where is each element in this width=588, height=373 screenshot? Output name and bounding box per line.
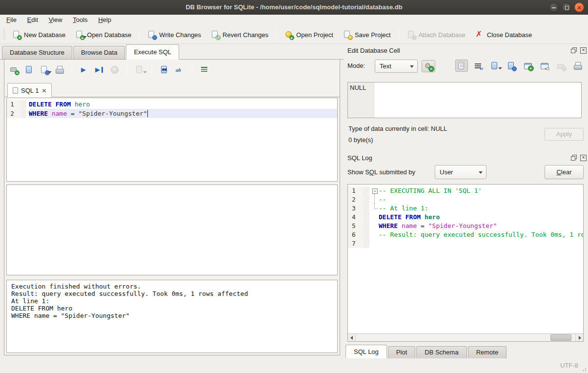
gutter-strip (20, 109, 26, 118)
minimize-icon[interactable] (549, 2, 559, 12)
dock-close-icon[interactable] (580, 155, 586, 161)
dock-float-icon[interactable] (571, 155, 577, 161)
tab-database-structure[interactable]: Database Structure (2, 46, 72, 59)
log-line: 5WHERE name = "Spider-Youngster" (348, 222, 583, 230)
scroll-left-icon[interactable] (348, 334, 356, 341)
scrollbar-thumb[interactable] (550, 334, 571, 341)
editor-line: 1DELETE FROM hero (7, 100, 337, 109)
line-number: 3 (348, 204, 364, 213)
save-results-icon (134, 64, 145, 76)
cell-type-info: Type of data currently in cell: NULL (348, 125, 447, 132)
tab-execute-sql[interactable]: Execute SQL (126, 44, 179, 60)
maximize-icon[interactable] (562, 2, 571, 12)
new-tab-icon[interactable] (8, 64, 20, 76)
tab-plot[interactable]: Plot (388, 346, 415, 358)
sql-log-view[interactable]: 1-- EXECUTING ALL IN 'SQL 1'2--3-- At li… (347, 184, 584, 342)
pane-splitter[interactable] (6, 276, 338, 279)
cell-print-icon[interactable] (571, 60, 584, 72)
submitted-by-value: User (440, 168, 453, 176)
message-line: DELETE FROM hero (11, 305, 333, 312)
open-project-button[interactable]: Open Project (280, 28, 338, 41)
save-project-button[interactable]: Save Project (338, 28, 396, 41)
menu-help[interactable]: Help (94, 15, 116, 26)
revert-changes-button[interactable]: Revert Changes (206, 28, 273, 41)
gutter-strip (364, 222, 369, 230)
dock-float-icon[interactable] (571, 47, 577, 53)
print-icon[interactable] (54, 64, 65, 76)
menu-file[interactable]: File (2, 15, 21, 26)
clear-button[interactable]: Clear (545, 165, 584, 179)
line-number: 2 (348, 195, 364, 204)
text-cursor (147, 110, 148, 117)
open-in-external-icon[interactable] (522, 60, 534, 72)
open-sql-file-icon[interactable] (23, 64, 35, 76)
copy-link-icon[interactable] (538, 60, 551, 72)
close-database-icon (475, 30, 484, 39)
submitted-by-select[interactable]: User (435, 165, 487, 179)
log-line: 4DELETE FROM hero (348, 213, 583, 222)
auto-switch-mode-button[interactable] (422, 60, 435, 72)
tab-remote[interactable]: Remote (468, 346, 507, 358)
line-number: 4 (348, 213, 364, 222)
scroll-right-icon[interactable] (575, 334, 583, 341)
cell-editor-icons (455, 60, 584, 72)
fold-marker-icon (372, 239, 379, 248)
import-file-icon[interactable] (488, 60, 501, 72)
mode-label: Mode: (347, 62, 365, 69)
code-text: -- EXECUTING ALL IN 'SQL 1' (379, 186, 583, 195)
mode-select[interactable]: Text (375, 60, 418, 73)
chevron-down-icon (410, 65, 414, 68)
execute-all-icon[interactable] (79, 64, 90, 76)
query-results-pane[interactable] (6, 185, 338, 275)
gutter-strip (20, 100, 26, 109)
menu-edit[interactable]: Edit (23, 15, 42, 26)
horizontal-scrollbar[interactable] (348, 333, 583, 341)
auto-format-icon[interactable] (199, 64, 210, 76)
sql1-tab[interactable]: SQL 1 (7, 83, 52, 97)
toolbar-separator (139, 29, 140, 41)
write-changes-button[interactable]: Write Changes (142, 28, 206, 41)
close-icon[interactable] (574, 2, 584, 12)
sql-toolbar (8, 62, 210, 77)
menu-tools[interactable]: Tools (68, 15, 92, 26)
execute-current-line-icon[interactable] (94, 64, 105, 76)
execution-message-pane[interactable]: Execution finished without errors.Result… (6, 280, 338, 353)
tab-browse-data[interactable]: Browse Data (73, 46, 125, 59)
cell-edit-area[interactable] (374, 83, 581, 118)
open-database-button[interactable]: Open Database (70, 28, 136, 41)
code-text: DELETE FROM hero (29, 100, 337, 109)
log-line: 1-- EXECUTING ALL IN 'SQL 1' (348, 186, 583, 195)
new-database-button[interactable]: New Database (7, 28, 70, 41)
tab-db-schema[interactable]: DB Schema (416, 346, 466, 358)
text-mode-icon[interactable] (455, 60, 468, 72)
fold-marker-icon (372, 204, 379, 213)
word-wrap-icon[interactable] (472, 60, 485, 72)
fold-marker-icon (372, 230, 379, 239)
find-replace-icon[interactable] (174, 64, 185, 76)
cell-value: NULL (348, 83, 374, 118)
edit-cell-title: Edit Database Cell (347, 47, 568, 54)
filter-label: Show SQL submitted by (347, 168, 415, 176)
log-line: 3-- At line 1: (348, 204, 583, 213)
cell-mode-row: Mode: Text (347, 60, 585, 73)
sql-editor[interactable]: 1DELETE FROM hero2WHERE name = "Spider-Y… (6, 98, 338, 182)
resize-grip[interactable] (581, 366, 587, 372)
save-sql-file-icon[interactable] (39, 64, 50, 76)
find-icon[interactable] (159, 64, 170, 76)
line-number: 1 (348, 186, 364, 195)
open-project-icon (284, 30, 293, 39)
titlebar[interactable]: DB Browser for SQLite - /home/user/code/… (0, 0, 588, 15)
code-text (379, 239, 583, 248)
fold-marker-icon[interactable] (372, 186, 379, 195)
fold-marker-icon (372, 213, 379, 222)
message-line: WHERE name = "Spider-Youngster" (11, 312, 333, 319)
gutter-strip (364, 195, 369, 204)
save-as-file-icon[interactable] (505, 60, 518, 72)
cell-value-editor[interactable]: NULL (347, 82, 582, 118)
menu-view[interactable]: View (44, 15, 67, 26)
dock-close-icon[interactable] (580, 47, 586, 53)
tab-sql-log[interactable]: SQL Log (345, 345, 387, 358)
tab-close-icon[interactable] (41, 87, 46, 94)
toolbar-separator (276, 29, 277, 41)
close-database-button[interactable]: Close Database (470, 28, 537, 41)
